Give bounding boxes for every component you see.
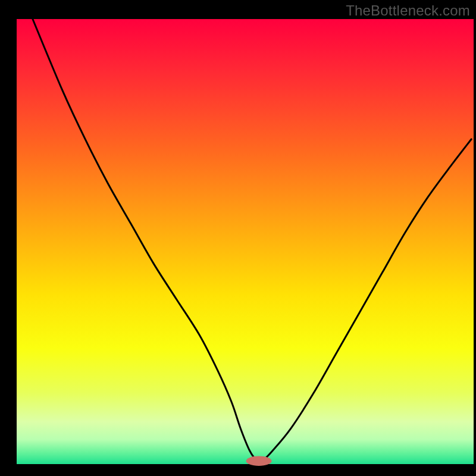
optimal-marker <box>246 456 272 466</box>
watermark-text: TheBottleneck.com <box>346 2 470 19</box>
plot-background <box>17 19 474 464</box>
chart-svg <box>0 0 476 476</box>
bottleneck-chart: TheBottleneck.com <box>0 0 476 476</box>
